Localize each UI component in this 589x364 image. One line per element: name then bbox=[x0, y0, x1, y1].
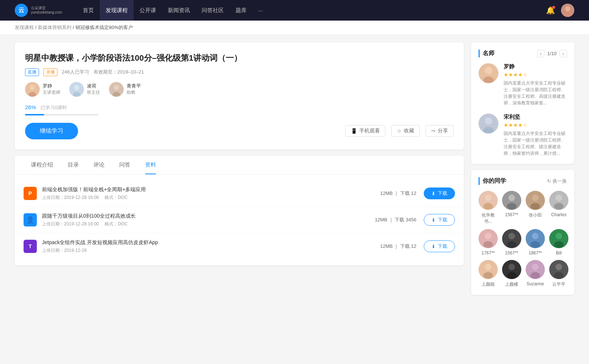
classmate-12-avatar bbox=[549, 260, 568, 279]
classmate-8-name: Bill bbox=[556, 250, 562, 256]
classmates-header: 你的同学 ↻ 换一换 bbox=[479, 177, 567, 185]
nav-news[interactable]: 新闻资讯 bbox=[162, 0, 196, 21]
classmate-10-avatar bbox=[502, 260, 521, 279]
svg-point-46 bbox=[508, 264, 515, 270]
teacher-1-avatar[interactable] bbox=[479, 63, 498, 83]
instructor-1-role: 主讲老师 bbox=[43, 89, 60, 96]
svg-point-52 bbox=[556, 264, 562, 270]
svg-point-7 bbox=[74, 85, 79, 90]
resource-2-meta: 上传日期：2019-12-28 16:00 格式：DOC bbox=[42, 221, 375, 227]
resource-2-stats: 12MB ｜ 下载 3456 bbox=[375, 217, 416, 223]
classmate-item[interactable]: 云平平 bbox=[549, 260, 568, 288]
classmate-9-name: 上颜能 bbox=[482, 281, 495, 288]
classmate-7-name: 1867** bbox=[529, 250, 542, 256]
mobile-view-btn[interactable]: 📱 手机观看 bbox=[345, 125, 385, 137]
breadcrumb-series[interactable]: 新媒体营销系列 bbox=[38, 25, 71, 30]
classmate-item[interactable]: 1567** bbox=[502, 229, 521, 256]
notification-bell[interactable]: 🔔 bbox=[546, 6, 555, 15]
course-card: 明星中教授课，小学阶段语法100分–强化级第1讲动词（一） 直播 录播 246人… bbox=[15, 42, 464, 150]
instructor-1-avatar[interactable] bbox=[25, 82, 40, 97]
resource-2-title: 跟随千万级项目从0到100全过程高效成长 bbox=[42, 213, 375, 220]
progress-bar-fill bbox=[25, 114, 44, 115]
classmate-item[interactable]: Suzanne bbox=[526, 260, 545, 288]
svg-point-29 bbox=[554, 203, 564, 210]
svg-point-41 bbox=[554, 241, 564, 248]
teacher-1-desc: 国内某重点大学安全工程专业硕士，国家一级注册消防工程师、注册安全工程师、高级注册… bbox=[504, 80, 567, 106]
svg-point-40 bbox=[556, 233, 562, 239]
teacher-2-avatar[interactable] bbox=[479, 114, 498, 133]
svg-point-23 bbox=[507, 203, 516, 210]
classmate-item[interactable]: 上颜能 bbox=[479, 260, 498, 288]
nav-more[interactable]: ··· bbox=[253, 0, 269, 21]
resource-1-download-btn[interactable]: ⬇ 下载 bbox=[424, 188, 455, 199]
classmate-item[interactable]: Charles bbox=[549, 191, 568, 225]
breadcrumb-discover[interactable]: 发现课程 bbox=[15, 25, 34, 30]
teachers-title: 名师 bbox=[479, 50, 494, 57]
classmate-item[interactable]: 张小田 bbox=[526, 191, 545, 225]
tab-resources[interactable]: 资料 bbox=[138, 156, 163, 174]
collect-btn[interactable]: ☆ 收藏 bbox=[391, 125, 420, 137]
classmate-10-name: 上颜楼 bbox=[505, 281, 518, 288]
pagination-prev[interactable]: ‹ bbox=[537, 50, 544, 57]
svg-point-34 bbox=[508, 233, 515, 239]
resource-3-title: Jetpack全组件实战 开发短视频应用高仿皮皮虾App bbox=[42, 239, 380, 246]
resource-1-stats: 12MB ｜ 下载 12 bbox=[380, 190, 416, 197]
download-icon: ⬇ bbox=[431, 191, 435, 196]
classmate-item[interactable]: 1567** bbox=[502, 191, 521, 225]
mobile-icon: 📱 bbox=[351, 128, 357, 134]
user-avatar[interactable] bbox=[561, 4, 574, 17]
tabs-card: 课程介绍 目录 评论 问答 资料 P 前端全栈加强版！前端全栈+全周期+多端应用… bbox=[15, 156, 464, 265]
classmate-3-avatar bbox=[526, 191, 545, 210]
tag-recorded: 录播 bbox=[43, 68, 57, 76]
classmate-item[interactable]: 化学教书... bbox=[479, 191, 498, 225]
sidebar: 名师 ‹ 1/10 › 罗静 ★★★★☆ 国内某重点大学安全工程专业硕士，国家 bbox=[471, 42, 574, 301]
tab-qa[interactable]: 问答 bbox=[112, 156, 138, 174]
teachers-header: 名师 ‹ 1/10 › bbox=[479, 50, 567, 57]
svg-point-37 bbox=[532, 233, 539, 239]
resource-3-icon: T bbox=[24, 240, 37, 253]
svg-point-25 bbox=[532, 195, 539, 201]
nav-qa[interactable]: 问答社区 bbox=[196, 0, 230, 21]
classmate-2-avatar bbox=[502, 191, 521, 210]
instructor-2-avatar[interactable] bbox=[69, 82, 84, 97]
classmate-1-name: 化学教书... bbox=[479, 212, 498, 225]
pagination-next[interactable]: › bbox=[560, 50, 567, 57]
svg-point-20 bbox=[483, 203, 493, 210]
nav-discover[interactable]: 发现课程 bbox=[100, 0, 134, 21]
nav-questions[interactable]: 题库 bbox=[230, 0, 253, 21]
classmate-6-name: 1567** bbox=[505, 250, 518, 256]
instructor-3-avatar[interactable] bbox=[109, 82, 124, 97]
classmate-item[interactable]: 1767** bbox=[479, 229, 498, 256]
classmate-5-avatar bbox=[479, 229, 498, 248]
instructors: 罗静 主讲老师 凌荷 班主任 bbox=[25, 82, 454, 97]
classmate-item[interactable]: 上颜楼 bbox=[502, 260, 521, 288]
classmate-item[interactable]: 1867** bbox=[526, 229, 545, 256]
classmate-5-name: 1767** bbox=[482, 250, 495, 256]
students-count: 246人已学习 bbox=[62, 69, 89, 75]
tab-catalog[interactable]: 目录 bbox=[60, 156, 86, 174]
logo[interactable]: 云 云朵课堂 yunduoketang.com bbox=[15, 4, 62, 17]
resource-3-download-btn[interactable]: ⬇ 下载 bbox=[424, 240, 455, 252]
progress-pct: 26% bbox=[25, 104, 36, 110]
notification-dot bbox=[552, 6, 555, 9]
resource-1-meta: 上传日期：2019-12-28 16:00 格式：DOC bbox=[42, 195, 380, 201]
classmate-4-avatar bbox=[549, 191, 568, 210]
classmate-item[interactable]: Bill bbox=[549, 229, 568, 256]
share-btn[interactable]: ⤳ 分享 bbox=[426, 125, 454, 137]
tab-intro[interactable]: 课程介绍 bbox=[24, 156, 60, 174]
classmate-12-name: 云平平 bbox=[552, 281, 565, 288]
resource-item: T Jetpack全组件实战 开发短视频应用高仿皮皮虾App 上传日期：2019… bbox=[15, 233, 464, 260]
svg-point-32 bbox=[483, 241, 493, 248]
nav-home[interactable]: 首页 bbox=[77, 0, 100, 21]
tab-comments[interactable]: 评论 bbox=[86, 156, 112, 174]
resource-2-download-btn[interactable]: ⬇ 下载 bbox=[424, 214, 455, 226]
svg-point-31 bbox=[485, 233, 491, 239]
svg-point-16 bbox=[485, 117, 492, 125]
classmate-4-name: Charles bbox=[551, 212, 566, 217]
nav-public[interactable]: 公开课 bbox=[134, 0, 162, 21]
instructor-1-name: 罗静 bbox=[43, 83, 60, 89]
main-layout: 明星中教授课，小学阶段语法100分–强化级第1讲动词（一） 直播 录播 246人… bbox=[0, 35, 589, 308]
course-title: 明星中教授课，小学阶段语法100分–强化级第1讲动词（一） bbox=[25, 53, 454, 64]
continue-btn[interactable]: 继续学习 bbox=[25, 123, 78, 139]
refresh-btn[interactable]: ↻ 换一换 bbox=[547, 178, 567, 185]
